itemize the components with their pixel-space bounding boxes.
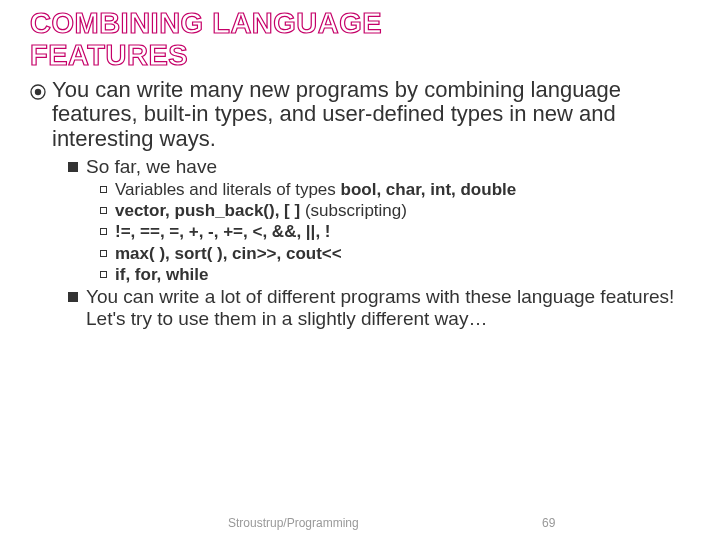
level3-text: Variables and literals of types bool, ch… [115,180,690,200]
open-square-bullet-icon [100,186,107,193]
level3-text: max( ), sort( ), cin>>, cout<< [115,244,690,264]
level3-text: vector, push_back(), [ ] (subscripting) [115,201,690,221]
slide-body: You can write many new programs by combi… [30,78,690,330]
level3-group: Variables and literals of types bool, ch… [68,180,690,286]
bullet-level3: vector, push_back(), [ ] (subscripting) [100,201,690,221]
title-line-2: FEATURES [30,39,188,71]
slide: COMBINING LANGUAGE FEATURES You can writ… [0,0,720,540]
slide-title: COMBINING LANGUAGE FEATURES [30,8,690,72]
open-square-bullet-icon [100,207,107,214]
item-bold: bool, char, int, double [341,180,517,199]
bullet-level2: You can write a lot of different program… [68,286,690,330]
footer-source: Stroustrup/Programming [228,516,359,530]
open-square-bullet-icon [100,228,107,235]
square-bullet-icon [68,292,78,302]
svg-point-1 [35,89,41,95]
bullet-level3: Variables and literals of types bool, ch… [100,180,690,200]
level2-group: So far, we have Variables and literals o… [30,156,690,330]
bullet-level1: You can write many new programs by combi… [30,78,690,152]
level3-text: if, for, while [115,265,690,285]
disc-bullet-icon [30,84,46,100]
item-bold: if, for, while [115,265,209,284]
bullet-level3: if, for, while [100,265,690,285]
square-bullet-icon [68,162,78,172]
bullet-level3: !=, ==, =, +, -, +=, <, &&, ||, ! [100,222,690,242]
level3-text: !=, ==, =, +, -, +=, <, &&, ||, ! [115,222,690,242]
level2-text: So far, we have [86,156,690,178]
bullet-level3: max( ), sort( ), cin>>, cout<< [100,244,690,264]
item-bold: !=, ==, =, +, -, +=, <, &&, ||, ! [115,222,331,241]
level2-text: You can write a lot of different program… [86,286,690,330]
open-square-bullet-icon [100,271,107,278]
footer-page-number: 69 [542,516,555,530]
item-bold: vector, push_back(), [ ] [115,201,305,220]
item-bold: max( ), sort( ), cin>>, cout<< [115,244,342,263]
bullet-level2: So far, we have [68,156,690,178]
level1-text: You can write many new programs by combi… [52,78,690,152]
open-square-bullet-icon [100,250,107,257]
title-line-1: COMBINING LANGUAGE [30,7,382,39]
item-post: (subscripting) [305,201,407,220]
item-pre: Variables and literals of types [115,180,341,199]
